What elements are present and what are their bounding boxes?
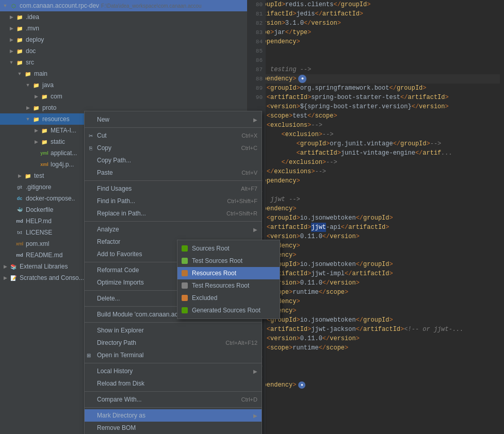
code-line-114: <groupId>io.jsonwebtoken</groupId> <box>252 315 500 325</box>
docker-icon: dc <box>15 194 24 203</box>
menu-label: Local History <box>97 368 133 375</box>
menu-label: Copy Path... <box>97 157 131 164</box>
tree-label: pom.xml <box>26 240 49 247</box>
tree-item-com[interactable]: ▶ 📁 com <box>0 91 247 102</box>
menu-item-analyze[interactable]: Analyze ▶ <box>85 223 262 236</box>
menu-item-remove-bom[interactable]: Remove BOM <box>85 422 262 434</box>
menu-item-paste[interactable]: Paste Ctrl+V <box>85 166 262 179</box>
submenu-label: Excluded <box>192 294 217 302</box>
code-line-109: <artifactId>jjwt-impl</artifactId> <box>252 269 500 278</box>
submenu-excluded[interactable]: Excluded <box>177 292 280 304</box>
code-line-106: </dependency> <box>252 241 500 251</box>
tree-root[interactable]: ▼ ⬡ com.canaan.account.rpc-dev F:\Data\i… <box>0 0 247 11</box>
submenu-resources-root[interactable]: Resources Root <box>177 267 280 279</box>
submenu-label: Test Sources Root <box>192 257 242 264</box>
menu-item-reload[interactable]: Reload from Disk <box>85 377 262 390</box>
menu-label: Optimize Imports <box>97 279 144 286</box>
menu-item-cut[interactable]: ✂ Cut Ctrl+X <box>85 129 262 142</box>
menu-label: Compare With... <box>97 396 142 403</box>
code-line-113: <dependency> <box>252 306 500 315</box>
submenu-generated-sources-root[interactable]: Generated Sources Root <box>177 304 280 316</box>
arrow-icon: ▶ <box>253 413 257 419</box>
submenu-sources-root[interactable]: Sources Root <box>177 242 280 255</box>
menu-item-find-usages[interactable]: Find Usages Alt+F7 <box>85 182 262 195</box>
separator-10 <box>85 407 262 408</box>
menu-item-directory-path[interactable]: Directory Path Ctrl+Alt+F12 <box>85 337 262 349</box>
folder-icon: 📁 <box>15 47 24 55</box>
git-icon: git <box>15 183 24 191</box>
folder-icon: 📁 <box>15 58 24 66</box>
code-line-115: <artifactId>jjwt-jackson</artifactId> <!… <box>252 325 500 334</box>
chevron-right-icon: ▶ <box>8 25 14 31</box>
shortcut: Ctrl+C <box>241 145 257 151</box>
tree-label: HELP.md <box>26 218 52 225</box>
menu-item-copy[interactable]: ⎘ Copy Ctrl+C <box>85 142 262 154</box>
submenu-test-resources-root[interactable]: Test Resources Root <box>177 279 280 292</box>
code-line-104: <artifactId>jjwt-api</artifactId> <box>252 223 500 232</box>
shortcut: Ctrl+V <box>241 170 257 176</box>
tree-item-java[interactable]: ▼ 📁 java <box>0 79 247 91</box>
menu-item-local-history[interactable]: Local History ▶ <box>85 365 262 377</box>
code-panel: 80 81 82 83 84 85 86 87 88 89 90 99 100 <box>248 0 504 434</box>
submenu-label: Generated Sources Root <box>192 307 261 314</box>
code-line-87: <!-- testing --> <box>252 65 500 74</box>
tree-label: META-I... <box>51 127 76 134</box>
terminal-icon: ⊞ <box>87 353 91 358</box>
test-resources-root-dot <box>182 282 188 289</box>
tree-label: .idea <box>26 13 39 21</box>
code-line-116: <version>0.11.0</version> <box>252 334 500 343</box>
tree-item-main[interactable]: ▼ 📁 main <box>0 68 247 79</box>
tree-label: LICENSE <box>26 229 52 236</box>
code-content[interactable]: <groupId>redis.clients</groupId> <artifa… <box>248 0 504 434</box>
code-line-81: <artifactId>jedis</artifactId> <box>252 9 500 19</box>
tree-label: External Libraries <box>20 263 68 270</box>
tree-label: .mvn <box>26 25 39 32</box>
code-line-97: </exclusion>--> <box>252 158 500 167</box>
code-line-88: <dependency> ● <box>252 74 500 84</box>
chevron-right-icon: ▶ <box>8 37 14 43</box>
tree-label: src <box>26 59 34 66</box>
tree-item-deploy[interactable]: ▶ 📁 deploy <box>0 34 247 45</box>
chevron-down-icon: ▼ <box>2 3 8 9</box>
folder-icon: 📁 <box>40 92 48 101</box>
copy-icon: ⎘ <box>87 144 95 152</box>
menu-item-show-explorer[interactable]: Show in Explorer <box>85 324 262 337</box>
code-line-117: <scope>runtime</scope> <box>252 343 500 353</box>
code-line-112: </dependency> <box>252 297 500 306</box>
folder-icon: 📁 <box>24 70 32 78</box>
tree-label: doc <box>26 47 36 55</box>
tree-item-mvn[interactable]: ▶ 📁 .mvn <box>0 23 247 34</box>
menu-item-replace-in-path[interactable]: Replace in Path... Ctrl+Shift+R <box>85 207 262 220</box>
menu-item-copy-path[interactable]: Copy Path... <box>85 154 262 166</box>
arrow-icon: ▶ <box>253 117 257 123</box>
menu-item-find-in-path[interactable]: Find in Path... Ctrl+Shift+F <box>85 195 262 207</box>
tree-label: java <box>42 81 54 89</box>
project-name: com.canaan.account.rpc-dev <box>20 2 99 9</box>
menu-label: Open in Terminal <box>97 352 144 359</box>
project-icon: ⬡ <box>9 2 18 10</box>
submenu-test-sources-root[interactable]: Test Sources Root <box>177 255 280 267</box>
code-line-111: <scope>runtime</scope> <box>252 288 500 297</box>
menu-item-new[interactable]: New ▶ <box>85 113 262 126</box>
menu-item-open-terminal[interactable]: ⊞ Open in Terminal <box>85 349 262 361</box>
tree-item-src[interactable]: ▼ 📁 src <box>0 57 247 68</box>
chevron-down-icon: ▼ <box>25 82 31 88</box>
menu-label: Add to Favorites <box>97 251 142 258</box>
test-sources-root-dot <box>182 258 188 264</box>
menu-label: Analyze <box>97 226 119 233</box>
code-line-94: <exclusion>--> <box>252 130 500 139</box>
menu-item-compare[interactable]: Compare With... Ctrl+D <box>85 393 262 406</box>
tree-label: test <box>34 172 44 179</box>
separator-9 <box>85 391 262 392</box>
chevron-down-icon: ▼ <box>8 59 14 65</box>
code-line-85 <box>252 46 500 56</box>
chevron-down-icon: ▼ <box>25 116 31 122</box>
chevron-right-icon: ▶ <box>33 139 39 145</box>
tree-item-doc[interactable]: ▶ 📁 doc <box>0 45 247 57</box>
folder-icon: 📁 <box>15 13 24 21</box>
tree-item-idea[interactable]: ▶ 📁 .idea <box>0 11 247 23</box>
menu-label: Reformat Code <box>97 266 139 274</box>
tree-label: com <box>51 93 62 100</box>
menu-item-mark-directory[interactable]: Mark Directory as ▶ <box>85 409 262 422</box>
code-line-101: <!-- jjwt --> <box>252 195 500 204</box>
